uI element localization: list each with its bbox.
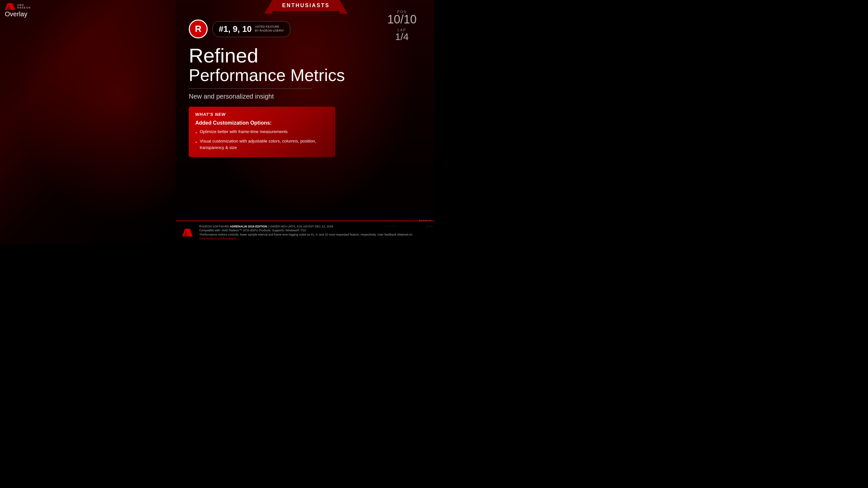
whats-new-label: WHAT'S NEW [195,112,329,117]
whats-new-item-2: ▪ Visual customization with adjustable c… [195,138,329,151]
headline-refined: Refined [189,45,434,66]
whats-new-item-1: ▪ Optimize better with frame-time measur… [195,129,329,137]
amd-logo-icon [5,3,15,10]
headline-performance-metrics: Performance Metrics [189,66,434,85]
radeon-text: RADEON [17,6,31,9]
headline-divider [189,89,312,89]
banner-right-triangle [339,0,348,14]
footer-bar: RADEON SOFTWARE ADRENALIN 2019 EDITION |… [176,221,434,244]
r-badge: R [189,20,208,38]
main-headline: Refined Performance Metrics New and pers… [189,45,434,100]
badge-subtitle: VOTED FEATURE BY RADEON USERS* [255,25,284,33]
bullet-2: ▪ [195,138,197,146]
amd-logo-small: AMD RADEON [5,3,31,10]
amd-footer-logo [182,227,193,238]
banner-center-text: ENTHUSIASTS [272,0,339,11]
amd-footer-icon [182,227,193,238]
whats-new-card: WHAT'S NEW Added Customization Options: … [189,107,335,157]
bullet-1: ▪ [195,129,197,137]
badge-number: #1, 9, 10 [219,24,252,34]
overlay-title: Overlay [5,10,31,18]
amd-overlay-header: AMD RADEON Overlay [5,3,31,18]
banner-left-triangle [264,0,272,14]
r-badge-container: R #1, 9, 10 VOTED FEATURE BY RADEON USER… [189,20,434,38]
main-content: ENTHUSIASTS POS 10/10 LAP 1/4 R #1, 9, 1… [176,0,434,244]
left-panel: AMD RADEON Overlay [0,0,176,244]
enthusiasts-banner: ENTHUSIASTS [264,0,348,14]
footer-link[interactable]: www.Radeon.com/Feedback [199,237,237,240]
amd-radeon-text: AMD [17,4,31,6]
footer-text: RADEON SOFTWARE ADRENALIN 2019 EDITION |… [199,225,430,241]
headline-subtitle: New and personalized insight [189,93,434,100]
whats-new-title: Added Customization Options: [195,120,329,126]
badge-text-box: #1, 9, 10 VOTED FEATURE BY RADEON USERS* [213,21,290,37]
